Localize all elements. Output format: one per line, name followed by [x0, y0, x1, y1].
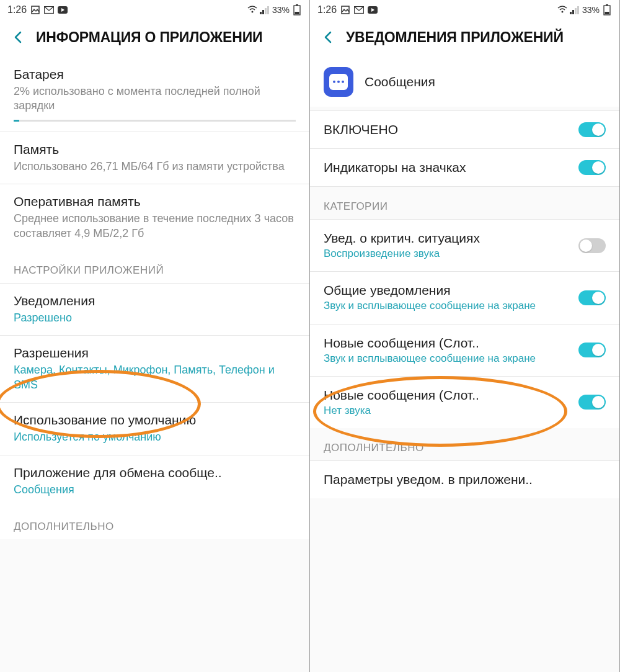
notifications-item[interactable]: Уведомления Разрешено [0, 284, 309, 336]
badge-toggle[interactable] [578, 160, 606, 175]
battery-item[interactable]: Батарея 2% использовано с момента послед… [0, 57, 309, 132]
category-new-msg-slot1[interactable]: Новые сообщения (Слот.. Звук и всплывающ… [310, 325, 619, 377]
svg-rect-17 [570, 12, 572, 14]
enabled-row[interactable]: ВКЛЮЧЕНО [310, 110, 619, 149]
item-title: Разрешения [14, 346, 296, 361]
ram-item[interactable]: Оперативная память Среднее использование… [0, 184, 309, 251]
item-sub: Сообщения [14, 483, 296, 497]
svg-rect-6 [262, 10, 264, 14]
toggle[interactable] [578, 238, 606, 253]
wifi-icon [557, 6, 567, 14]
mail-icon [354, 6, 364, 14]
svg-rect-7 [265, 8, 267, 14]
default-usage-item[interactable]: Использование по умолчанию Используется … [0, 403, 309, 455]
screenshot-icon [30, 6, 40, 14]
item-sub: 2% использовано с момента последней полн… [14, 84, 296, 114]
battery-icon [292, 6, 302, 14]
item-sub: Используется по умолчанию [14, 430, 296, 444]
message-app-item[interactable]: Приложение для обмена сообще.. Сообщения [0, 455, 309, 507]
back-button[interactable] [320, 29, 337, 46]
section-more: ДОПОЛНИТЕЛЬНО [0, 507, 309, 539]
item-sub: Использовано 26,71 МБ/64 Гб из памяти ус… [14, 159, 296, 174]
category-critical[interactable]: Увед. о критич. ситуациях Воспроизведени… [310, 220, 619, 272]
signal-icon [260, 6, 270, 14]
item-sub: Камера, Контакты, Микрофон, Память, Теле… [14, 363, 296, 392]
signal-icon [570, 6, 580, 14]
svg-rect-19 [575, 8, 577, 14]
item-title: Приложение для обмена сообще.. [14, 465, 296, 480]
svg-rect-11 [295, 12, 299, 14]
badge-row[interactable]: Индикаторы на значках [310, 149, 619, 187]
back-button[interactable] [10, 29, 27, 46]
category-general[interactable]: Общие уведомления Звук и всплывающее соо… [310, 272, 619, 324]
storage-item[interactable]: Память Использовано 26,71 МБ/64 Гб из па… [0, 132, 309, 184]
wifi-icon [247, 6, 257, 14]
row-title: Увед. о критич. ситуациях [324, 231, 571, 246]
row-sub: Нет звука [324, 404, 571, 417]
enabled-label: ВКЛЮЧЕНО [324, 122, 398, 137]
item-title: Оперативная память [14, 194, 296, 209]
section-app-settings: НАСТРОЙКИ ПРИЛОЖЕНИЙ [0, 251, 309, 284]
youtube-icon [58, 6, 68, 14]
row-sub: Звук и всплывающее сообщение на экране [324, 352, 571, 365]
app-identity-row: Сообщения [310, 57, 619, 107]
svg-point-4 [251, 11, 253, 13]
row-title: Новые сообщения (Слот.. [324, 388, 571, 403]
item-sub: Среднее использование в течение последни… [14, 212, 296, 241]
status-bar: 1:26 33% [0, 0, 309, 20]
svg-rect-23 [605, 12, 609, 14]
item-title: Батарея [14, 67, 296, 82]
app-header: УВЕДОМЛЕНИЯ ПРИЛОЖЕНИЙ [310, 20, 619, 57]
item-sub: Разрешено [14, 311, 296, 325]
section-categories: КАТЕГОРИИ [310, 187, 619, 220]
page-title: УВЕДОМЛЕНИЯ ПРИЛОЖЕНИЙ [346, 29, 564, 46]
svg-point-16 [561, 11, 563, 13]
status-battery-text: 33% [582, 5, 600, 15]
toggle[interactable] [578, 290, 606, 305]
notif-settings-in-app[interactable]: Параметры уведом. в приложени.. [310, 461, 619, 498]
app-header: ИНФОРМАЦИЯ О ПРИЛОЖЕНИИ [0, 20, 309, 57]
item-title: Уведомления [14, 293, 296, 308]
battery-progress [14, 120, 296, 122]
svg-rect-18 [572, 10, 574, 14]
svg-rect-20 [577, 6, 579, 14]
row-title: Параметры уведом. в приложени.. [324, 472, 533, 487]
row-sub: Воспроизведение звука [324, 247, 571, 260]
item-title: Память [14, 142, 296, 157]
section-more: ДОПОЛНИТЕЛЬНО [310, 428, 619, 461]
row-title: Индикаторы на значках [324, 160, 571, 175]
svg-rect-8 [267, 6, 269, 14]
messages-app-icon [324, 67, 353, 97]
battery-icon [602, 6, 612, 14]
mail-icon [44, 6, 54, 14]
app-name: Сообщения [365, 74, 435, 89]
row-sub: Звук и всплывающее сообщение на экране [324, 299, 571, 312]
permissions-item[interactable]: Разрешения Камера, Контакты, Микрофон, П… [0, 336, 309, 403]
toggle[interactable] [578, 395, 606, 410]
screen-left: 1:26 33% ИНФО [0, 0, 310, 672]
screenshot-icon [340, 6, 350, 14]
screen-right: 1:26 33% УВЕД [310, 0, 620, 672]
status-battery-text: 33% [272, 5, 290, 15]
toggle[interactable] [578, 343, 606, 357]
enabled-toggle[interactable] [578, 122, 606, 137]
status-bar: 1:26 33% [310, 0, 619, 20]
youtube-icon [368, 6, 378, 14]
category-new-msg-slot2[interactable]: Новые сообщения (Слот.. Нет звука [310, 377, 619, 428]
status-time: 1:26 [7, 4, 27, 16]
row-title: Новые сообщения (Слот.. [324, 336, 571, 351]
status-time: 1:26 [317, 4, 337, 16]
page-title: ИНФОРМАЦИЯ О ПРИЛОЖЕНИИ [36, 29, 262, 46]
row-title: Общие уведомления [324, 283, 571, 298]
svg-rect-5 [260, 12, 262, 14]
item-title: Использование по умолчанию [14, 413, 296, 428]
